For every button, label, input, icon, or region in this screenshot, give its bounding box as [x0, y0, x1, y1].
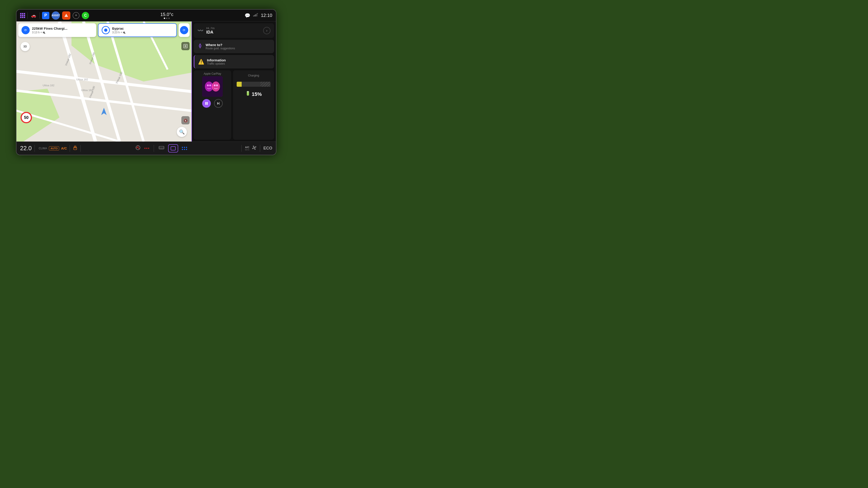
where-to-text: Where to? Route guid. suggestions — [206, 43, 271, 50]
parking-button[interactable]: P — [42, 12, 49, 19]
heat-dot-3 — [148, 148, 149, 149]
information-icon: ⚠️ — [198, 59, 204, 65]
dots-row-2 — [182, 149, 187, 150]
svg-point-50 — [253, 147, 255, 149]
ida-expand-button[interactable]: › — [263, 27, 271, 34]
ida-card[interactable]: 〰️ Hi, I'm IDA › — [194, 23, 274, 38]
map-3d-button[interactable]: 3D — [21, 42, 30, 51]
message-icon[interactable]: 💬 — [245, 13, 250, 18]
svg-rect-41 — [74, 147, 76, 148]
bottom-center-controls — [83, 144, 239, 153]
route-card-3[interactable]: ⟳ — [179, 23, 190, 37]
ida-wave-icon: 〰️ — [197, 28, 204, 34]
charging-fill — [237, 82, 242, 87]
car-icon[interactable]: 🚗 — [30, 12, 37, 19]
dot-2 — [166, 18, 167, 19]
rear-defrost-icon[interactable] — [158, 145, 164, 151]
menu-dots[interactable] — [182, 147, 187, 150]
clock: 12:10 — [261, 13, 272, 18]
charging-bar-container — [235, 82, 272, 87]
dot-3 — [168, 18, 170, 19]
right-panel: 〰️ Hi, I'm IDA › Where to? Route guid — [191, 22, 276, 141]
dot-4 — [182, 149, 183, 150]
ida-name: IDA — [206, 30, 260, 35]
temperature-control: 22.0 — [20, 145, 32, 152]
map-area[interactable]: Улица 182 Улица 190 Улица 182 Ulitsa 182… — [17, 22, 191, 141]
svg-line-4 — [257, 13, 258, 14]
next-button[interactable] — [214, 99, 223, 108]
dot-3 — [186, 147, 187, 148]
temp-indicator-dots — [164, 18, 170, 19]
where-to-card[interactable]: Where to? Route guid. suggestions — [194, 40, 274, 53]
mode-button[interactable] — [62, 11, 70, 20]
signal-icon — [253, 13, 258, 18]
svg-text:🔇: 🔇 — [184, 119, 188, 123]
dots-row-1 — [182, 147, 187, 148]
home-button-inner — [170, 146, 176, 151]
svg-point-28 — [199, 45, 201, 47]
charging-percent-row: 🔋 15% — [245, 90, 262, 97]
main-content: Улица 182 Улица 190 Улица 182 Ulitsa 182… — [17, 22, 276, 141]
speed-limit-sign: 50 — [21, 112, 32, 123]
clima-label: CLIMA — [39, 147, 47, 150]
carplay-title: Apple CarPlay — [194, 70, 231, 76]
map-layers-button[interactable] — [181, 42, 190, 50]
ac-max-button[interactable]: A/C MAX — [245, 146, 249, 151]
heated-wheel-icon[interactable] — [135, 145, 141, 152]
player-controls — [194, 97, 231, 109]
green-c-button[interactable]: C — [82, 12, 89, 19]
auto-badge[interactable]: AUTO — [49, 146, 59, 151]
map-search-button[interactable]: 🔍 — [177, 127, 187, 137]
assist-button[interactable]: ASSIST — [52, 11, 60, 20]
where-to-title: Where to? — [206, 43, 271, 47]
temperature-display: 15.0°c — [92, 12, 242, 19]
route-2-time: 3:23 h +🔌 — [112, 31, 173, 34]
navigation-arrow — [101, 107, 107, 117]
information-card[interactable]: ⚠️ Information Traffic updates — [194, 55, 274, 68]
top-bar-left: 🚗 P ASSIST + C — [20, 11, 89, 20]
route-1-time: 3:13 h +🔌 — [32, 31, 93, 34]
svg-point-34 — [214, 85, 216, 86]
route-card-2[interactable]: Бургас 3:23 h +🔌 — [98, 23, 177, 37]
album-art — [202, 76, 223, 97]
eco-button[interactable]: ECO — [264, 146, 272, 151]
ida-greeting: Hi, I'm — [206, 27, 260, 30]
dot-1 — [164, 18, 165, 19]
divider-6 — [260, 145, 260, 152]
svg-point-31 — [212, 82, 220, 92]
svg-text:Ulitsa 182: Ulitsa 182 — [43, 84, 54, 87]
divider — [27, 12, 28, 19]
svg-rect-36 — [205, 102, 206, 105]
route-2-info: Бургас 3:23 h +🔌 — [112, 27, 173, 34]
divider-1 — [34, 145, 35, 152]
heat-dot-1 — [144, 148, 146, 149]
widget-row: Apple CarPlay — [194, 70, 274, 140]
svg-line-48 — [138, 148, 140, 149]
ac-button[interactable]: A/C — [61, 146, 67, 150]
carplay-widget[interactable]: Apple CarPlay — [194, 70, 231, 140]
charging-widget: Charging 🔋 15% — [233, 70, 274, 140]
seat-heat-icon[interactable] — [73, 145, 78, 151]
divider — [39, 12, 40, 19]
pause-button[interactable] — [202, 99, 211, 108]
add-button[interactable]: + — [73, 12, 80, 19]
svg-rect-39 — [219, 102, 219, 105]
ac-max-label: A/C — [245, 146, 249, 149]
route-card-1[interactable]: ⟳ 225kW Fines Chargi... 3:13 h +🔌 — [18, 23, 96, 37]
svg-point-32 — [207, 85, 209, 86]
home-button[interactable] — [168, 144, 178, 153]
heat-dot-2 — [146, 148, 147, 149]
where-to-subtitle: Route guid. suggestions — [206, 47, 271, 50]
divider-4 — [154, 145, 154, 152]
dot-1 — [182, 147, 183, 148]
svg-point-35 — [216, 85, 218, 86]
route-cards: ⟳ 225kW Fines Chargi... 3:13 h +🔌 Бургас… — [18, 23, 190, 37]
temperature-value: 15.0°c — [160, 12, 174, 17]
top-bar-right: 💬 12:10 — [245, 13, 272, 18]
fan-icon[interactable] — [252, 145, 257, 151]
cabin-temperature: 22.0 — [20, 145, 32, 152]
ac-max-sub: MAX — [245, 149, 249, 151]
mute-button[interactable]: 🔇 — [181, 116, 190, 124]
svg-marker-26 — [101, 108, 107, 115]
grid-icon[interactable] — [20, 13, 25, 18]
